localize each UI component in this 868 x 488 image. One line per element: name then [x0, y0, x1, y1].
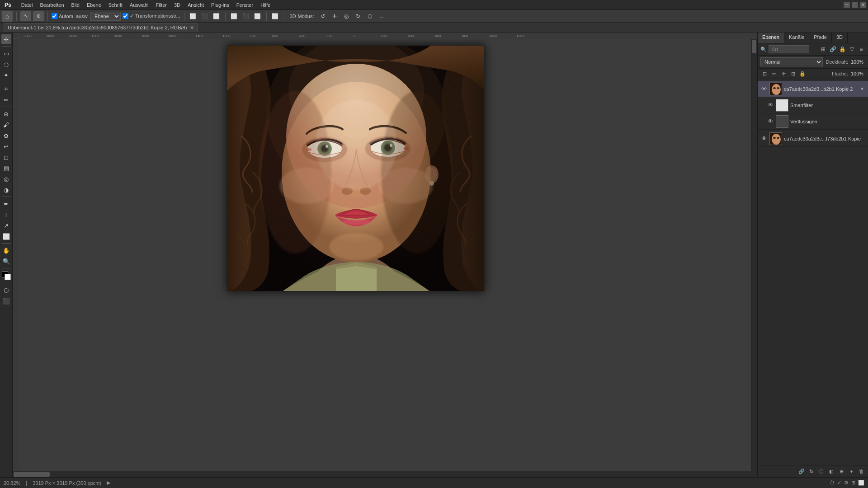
eraser-tool[interactable]: ◻: [1, 152, 11, 162]
type-tool[interactable]: T: [1, 210, 11, 220]
tab-kanaele[interactable]: Kanäle: [784, 33, 809, 43]
layer-item-1[interactable]: 👁 ca7aedc30a2d3...b2b1 Kopie 2 ▼: [758, 81, 868, 97]
clone-tool[interactable]: ✿: [1, 131, 11, 141]
quick-mask-tool[interactable]: ⬡: [1, 285, 11, 295]
pen-tool[interactable]: ✒: [1, 199, 11, 209]
distribute-icon[interactable]: ⬜: [270, 11, 280, 21]
magic-wand-tool[interactable]: ✦: [1, 70, 11, 80]
align-left-icon[interactable]: ⬜: [188, 11, 198, 21]
transform-checkbox[interactable]: [123, 13, 128, 19]
delete-layer-icon[interactable]: 🗑: [857, 467, 865, 475]
zoom-tool[interactable]: 🔍: [1, 256, 11, 266]
expand-icon[interactable]: ⬜: [858, 480, 864, 486]
shape-tool[interactable]: ⬜: [1, 231, 11, 241]
lock-position-icon[interactable]: ✛: [779, 70, 788, 78]
menu-plugins[interactable]: Plug-ins: [208, 1, 233, 9]
layer-style-icon[interactable]: fx: [807, 467, 816, 475]
close-button[interactable]: ✕: [860, 2, 866, 8]
maximize-button[interactable]: □: [852, 2, 858, 8]
3d-move-icon[interactable]: ✛: [330, 11, 340, 21]
menu-fenster[interactable]: Fenster: [233, 1, 257, 9]
marquee-tool[interactable]: ▭: [1, 48, 11, 58]
menu-ebene[interactable]: Ebene: [83, 1, 105, 9]
tab-pfade[interactable]: Pfade: [809, 33, 832, 43]
menu-auswahl[interactable]: Auswahl: [126, 1, 152, 9]
new-layer-icon[interactable]: ＋: [847, 467, 855, 475]
tool-arrow-icon[interactable]: ↖: [20, 11, 31, 21]
brush-tool[interactable]: 🖌: [1, 120, 11, 130]
lock-all-icon[interactable]: 🔒: [838, 45, 846, 53]
history-brush[interactable]: ↩: [1, 141, 11, 151]
menu-datei[interactable]: Datei: [18, 1, 37, 9]
menu-3d[interactable]: 3D: [170, 1, 184, 9]
path-tool[interactable]: ↗: [1, 221, 11, 230]
lasso-tool[interactable]: ◌: [1, 59, 11, 69]
commit-icon[interactable]: ✓: [837, 480, 841, 486]
3d-slide-icon[interactable]: ⬡: [365, 11, 375, 21]
status-arrow[interactable]: ▶: [107, 480, 110, 486]
foreground-bg-colors[interactable]: [2, 271, 11, 280]
3d-roll-icon[interactable]: ↻: [353, 11, 363, 21]
blend-mode-select[interactable]: Normal Multiplizieren Aufhellen Abdunkel…: [760, 57, 823, 66]
smartfilter-item[interactable]: 👁 Smartfilter: [758, 97, 868, 113]
layer-mode-dropdown[interactable]: Ebene Gruppe: [90, 12, 121, 21]
align-vcenter-icon[interactable]: ⬛: [241, 11, 251, 21]
filter-icon[interactable]: ▽: [848, 45, 856, 53]
align-bottom-icon[interactable]: ⬜: [253, 11, 263, 21]
lock-all-fill-icon[interactable]: 🔒: [798, 70, 807, 78]
menu-bild[interactable]: Bild: [68, 1, 83, 9]
layer-2-visibility-icon[interactable]: 👁: [760, 135, 768, 142]
dodge-tool[interactable]: ◑: [1, 185, 11, 195]
tab-close-button[interactable]: ✕: [190, 25, 194, 30]
align-top-icon[interactable]: ⬜: [229, 11, 239, 21]
new-group-layer-icon[interactable]: ⊞: [837, 467, 845, 475]
lock-artboard-icon[interactable]: ⊞: [789, 70, 797, 78]
settings-icon[interactable]: ⚙: [844, 480, 849, 486]
screen-mode-tool[interactable]: ⬛: [1, 296, 11, 306]
blur-tool[interactable]: ◎: [1, 174, 11, 184]
home-button[interactable]: ⌂: [2, 11, 13, 22]
tab-3d[interactable]: 3D: [832, 33, 848, 43]
menu-filter[interactable]: Filter: [152, 1, 170, 9]
menu-ansicht[interactable]: Ansicht: [184, 1, 208, 9]
tab-ebenen[interactable]: Ebenen: [758, 33, 784, 43]
horizontal-scrollbar[interactable]: [13, 471, 757, 477]
document-tab[interactable]: Unbenannt-1 bei 20,8% (ca7aedc30a2d3c90d…: [4, 23, 198, 32]
crop-tool[interactable]: ⌗: [1, 84, 11, 94]
align-right-icon[interactable]: ⬜: [212, 11, 222, 21]
link-icon[interactable]: 🔗: [829, 45, 837, 53]
timeline-icon[interactable]: ⏱: [830, 480, 835, 486]
layer-mask-icon[interactable]: ⬡: [817, 467, 826, 475]
layer-1-expand-icon[interactable]: ▼: [860, 86, 865, 92]
menu-bearbeiten[interactable]: Bearbeiten: [36, 1, 67, 9]
menu-schrift[interactable]: Schrift: [105, 1, 126, 9]
vertical-scrollbar[interactable]: [751, 39, 757, 471]
lock-pixels-icon[interactable]: ✏: [770, 70, 778, 78]
tool-transform-icon[interactable]: ⊕: [33, 11, 44, 21]
3d-rotate-icon[interactable]: ↺: [318, 11, 328, 21]
panel-menu-icon[interactable]: ≡: [857, 45, 865, 53]
layout-icon[interactable]: ⊞: [851, 480, 855, 486]
eyedropper-tool[interactable]: ✏: [1, 95, 11, 105]
more-options-icon[interactable]: ...: [377, 11, 387, 21]
layer-1-visibility-icon[interactable]: 👁: [760, 85, 768, 93]
gradient-tool[interactable]: ▤: [1, 163, 11, 173]
healing-tool[interactable]: ⊕: [1, 109, 11, 119]
lock-transparent-icon[interactable]: ⊡: [760, 70, 769, 78]
move-tool[interactable]: ✛: [1, 34, 11, 44]
autoselect-checkbox[interactable]: [52, 13, 57, 19]
layer-item-2[interactable]: 👁 ca7aedc30a2d3c...f73db2b1 Kopie: [758, 131, 868, 147]
smartfilter-visibility-icon[interactable]: 👁: [767, 102, 774, 109]
new-group-icon[interactable]: ⊞: [819, 45, 827, 53]
hand-tool[interactable]: ✋: [1, 245, 11, 255]
layers-search-input[interactable]: [769, 45, 809, 53]
verflussigen-item[interactable]: 👁 Verflüssigen: [758, 113, 868, 130]
adjustment-icon[interactable]: ◐: [827, 467, 835, 475]
3d-zoom-icon[interactable]: ◎: [341, 11, 351, 21]
verflussigen-visibility-icon[interactable]: 👁: [767, 118, 774, 125]
menu-hilfe[interactable]: Hilfe: [257, 1, 274, 9]
align-center-icon[interactable]: ⬛: [200, 11, 210, 21]
canvas-workspace[interactable]: [19, 39, 751, 471]
minimize-button[interactable]: ─: [844, 2, 850, 8]
link-layers-icon[interactable]: 🔗: [797, 467, 806, 475]
